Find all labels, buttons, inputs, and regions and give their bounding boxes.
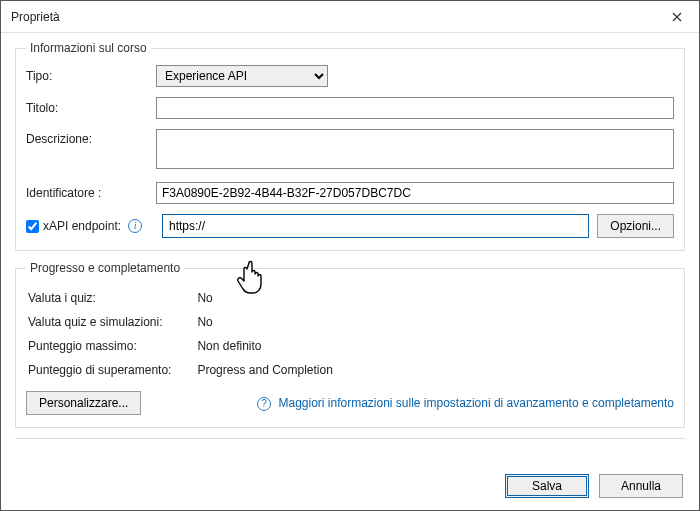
dialog-body: Informazioni sul corso Tipo: Experience …	[1, 33, 699, 459]
cancel-button[interactable]: Annulla	[599, 474, 683, 498]
max-score-label: Punteggio massimo:	[28, 335, 181, 357]
titlebar: Proprietà	[1, 1, 699, 33]
eval-quizsim-value: No	[183, 311, 342, 333]
customize-button[interactable]: Personalizzare...	[26, 391, 141, 415]
description-label: Descrizione:	[26, 129, 156, 146]
table-row: Valuta quiz e simulazioni: No	[28, 311, 343, 333]
course-info-group: Informazioni sul corso Tipo: Experience …	[15, 41, 685, 251]
info-icon[interactable]: i	[128, 219, 142, 233]
xapi-checkbox[interactable]	[26, 220, 39, 233]
type-select[interactable]: Experience API	[156, 65, 328, 87]
xapi-endpoint-input[interactable]	[162, 214, 589, 238]
max-score-value: Non definito	[183, 335, 342, 357]
table-row: Valuta i quiz: No	[28, 287, 343, 309]
eval-quizsim-label: Valuta quiz e simulazioni:	[28, 311, 181, 333]
table-row: Punteggio massimo: Non definito	[28, 335, 343, 357]
eval-quiz-value: No	[183, 287, 342, 309]
table-row: Punteggio di superamento: Progress and C…	[28, 359, 343, 381]
dialog-footer: Salva Annulla	[505, 474, 683, 498]
title-input[interactable]	[156, 97, 674, 119]
progress-table: Valuta i quiz: No Valuta quiz e simulazi…	[26, 285, 345, 383]
identifier-label: Identificatore :	[26, 186, 156, 200]
question-icon: ?	[257, 397, 271, 411]
properties-dialog: Proprietà Informazioni sul corso Tipo: E…	[0, 0, 700, 511]
close-icon	[672, 12, 682, 22]
separator	[15, 438, 685, 439]
save-button[interactable]: Salva	[505, 474, 589, 498]
xapi-endpoint-label: xAPI endpoint:	[43, 219, 121, 233]
eval-quiz-label: Valuta i quiz:	[28, 287, 181, 309]
pass-score-value: Progress and Completion	[183, 359, 342, 381]
type-label: Tipo:	[26, 69, 156, 83]
progress-group: Progresso e completamento Valuta i quiz:…	[15, 261, 685, 428]
title-label: Titolo:	[26, 101, 156, 115]
window-title: Proprietà	[11, 10, 60, 24]
progress-legend: Progresso e completamento	[26, 261, 184, 275]
options-button[interactable]: Opzioni...	[597, 214, 674, 238]
description-textarea[interactable]	[156, 129, 674, 169]
more-info-link[interactable]: Maggiori informazioni sulle impostazioni…	[278, 396, 674, 410]
identifier-input[interactable]	[156, 182, 674, 204]
close-button[interactable]	[655, 1, 699, 32]
pass-score-label: Punteggio di superamento:	[28, 359, 181, 381]
course-info-legend: Informazioni sul corso	[26, 41, 151, 55]
